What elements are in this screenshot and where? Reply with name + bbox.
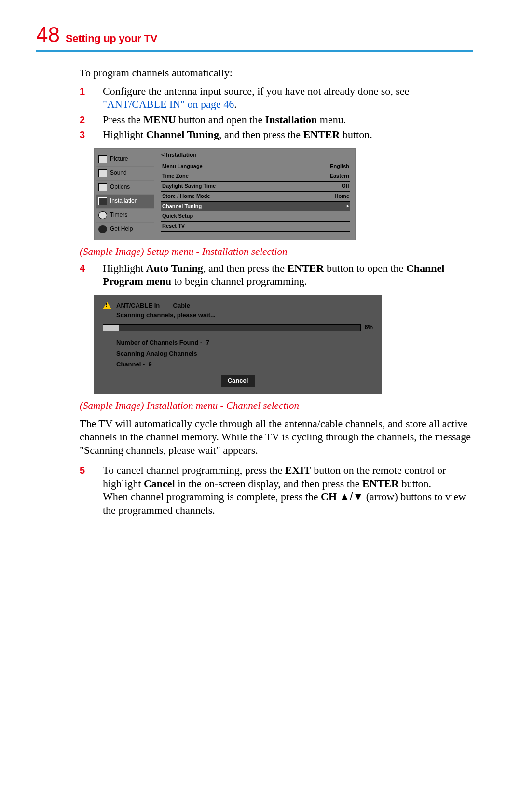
- text: .: [234, 98, 237, 110]
- options-icon: [98, 183, 107, 191]
- menu-row[interactable]: Daylight Saving TimeOff: [161, 182, 350, 192]
- step-body: Highlight Auto Tuning, and then press th…: [103, 262, 473, 288]
- term: ENTER: [362, 477, 399, 490]
- tv-panel: < Installation Menu LanguageEnglish Time…: [156, 149, 355, 240]
- scanning-analog: Scanning Analog Channels: [116, 350, 373, 358]
- term: CH: [321, 490, 337, 503]
- step-body: Press the MENU button and open the Insta…: [103, 113, 473, 126]
- label: Picture: [110, 155, 128, 163]
- value: Off: [342, 183, 349, 190]
- figure-caption: (Sample Image) Installation menu - Chann…: [80, 399, 473, 412]
- sound-icon: [98, 169, 107, 177]
- step-number: 4: [80, 262, 103, 288]
- step-body: Highlight Channel Tuning, and then press…: [103, 128, 473, 141]
- cross-ref-link[interactable]: "ANT/CABLE IN" on page 46: [103, 98, 234, 110]
- text: Highlight: [103, 262, 146, 274]
- sidebar-item-gethelp[interactable]: Get Help: [96, 223, 154, 236]
- text: When channel programming is complete, pr…: [103, 490, 321, 503]
- text: button.: [399, 477, 431, 490]
- value: Eastern: [330, 173, 349, 180]
- text: menu.: [317, 113, 346, 126]
- warning-icon: [103, 302, 111, 309]
- step-number: 1: [80, 84, 103, 111]
- term: EXIT: [285, 464, 311, 476]
- text: button to open the: [324, 262, 406, 274]
- value: Home: [334, 193, 349, 200]
- cancel-button[interactable]: Cancel: [221, 375, 255, 387]
- help-icon: [98, 225, 107, 233]
- label: Channel Tuning: [162, 203, 202, 210]
- text: button and open the: [176, 113, 265, 126]
- up-down-arrows: ▲/▼: [340, 490, 364, 503]
- tv-installation-menu: Picture Sound Options Installation Timer…: [94, 148, 356, 240]
- sidebar-item-sound[interactable]: Sound: [96, 167, 154, 181]
- chevron-right-icon: ▸: [347, 203, 349, 210]
- sidebar-item-timers[interactable]: Timers: [96, 209, 154, 223]
- sidebar-item-picture[interactable]: Picture: [96, 153, 154, 167]
- figure-caption: (Sample Image) Setup menu - Installation…: [80, 245, 473, 258]
- channel-value: 9: [148, 361, 151, 368]
- label: Menu Language: [162, 163, 203, 170]
- chapter-title: Setting up your TV: [66, 32, 157, 45]
- progress-percent: 6%: [365, 324, 373, 331]
- step-number: 2: [80, 113, 103, 126]
- tv-sidebar: Picture Sound Options Installation Timer…: [95, 149, 156, 240]
- channels-found-label: Number of Channels Found -: [116, 339, 202, 346]
- label: Time Zone: [162, 173, 189, 180]
- text: , and then press the: [203, 262, 288, 274]
- sidebar-item-options[interactable]: Options: [96, 181, 154, 195]
- progress-bar: [103, 324, 361, 331]
- label: Timers: [110, 211, 127, 219]
- menu-row[interactable]: Quick Setup: [161, 211, 350, 222]
- term: Channel Tuning: [146, 128, 219, 140]
- text: button.: [340, 128, 372, 140]
- body-paragraph: The TV will automatically cycle through …: [80, 417, 473, 457]
- label: Get Help: [110, 225, 133, 233]
- timers-icon: [98, 211, 107, 219]
- step-number: 3: [80, 128, 103, 141]
- intro-text: To program channels automatically:: [80, 66, 473, 80]
- header-rule: [36, 50, 473, 52]
- text: Press the: [103, 113, 143, 126]
- ant-cable-label: ANT/CABLE In: [116, 302, 160, 309]
- text: Configure the antenna input source, if y…: [103, 85, 409, 97]
- text: To cancel channel programming, press the: [103, 464, 285, 476]
- term: Installation: [265, 113, 317, 126]
- label: Sound: [110, 169, 127, 177]
- menu-row[interactable]: Menu LanguageEnglish: [161, 162, 350, 172]
- label: Reset TV: [162, 223, 185, 230]
- step-body: To cancel channel programming, press the…: [103, 463, 473, 517]
- label: Quick Setup: [162, 213, 193, 220]
- term: Auto Tuning: [146, 262, 203, 274]
- step-number: 5: [80, 463, 103, 517]
- menu-row[interactable]: Time ZoneEastern: [161, 171, 350, 182]
- label: Installation: [110, 197, 137, 205]
- channel-label: Channel -: [116, 361, 145, 368]
- channel-scan-dialog: ANT/CABLE In Cable Scanning channels, pl…: [94, 295, 382, 395]
- text: to begin channel programming.: [171, 275, 307, 287]
- label: Options: [110, 183, 130, 191]
- menu-row[interactable]: Store / Home ModeHome: [161, 192, 350, 202]
- label: Store / Home Mode: [162, 193, 210, 200]
- sidebar-item-installation[interactable]: Installation: [96, 195, 154, 209]
- step-body: Configure the antenna input source, if y…: [103, 84, 473, 111]
- text: in the on-screen display, and then press…: [175, 477, 362, 490]
- label: Daylight Saving Time: [162, 183, 216, 190]
- picture-icon: [98, 155, 107, 163]
- value: English: [330, 163, 349, 170]
- term: ENTER: [288, 262, 324, 274]
- term: MENU: [143, 113, 176, 126]
- scanning-message: Scanning channels, please wait...: [116, 311, 373, 319]
- installation-icon: [98, 197, 107, 205]
- menu-row[interactable]: Reset TV: [161, 222, 350, 232]
- term: Cancel: [144, 477, 175, 490]
- text: , and then press the: [219, 128, 303, 140]
- term: ENTER: [303, 128, 340, 140]
- menu-row-channel-tuning[interactable]: Channel Tuning▸: [161, 202, 350, 212]
- panel-title: < Installation: [161, 152, 350, 159]
- text: Highlight: [103, 128, 146, 140]
- channels-found-value: 7: [206, 339, 209, 346]
- ant-cable-value: Cable: [173, 302, 190, 309]
- page-number: 48: [36, 24, 60, 45]
